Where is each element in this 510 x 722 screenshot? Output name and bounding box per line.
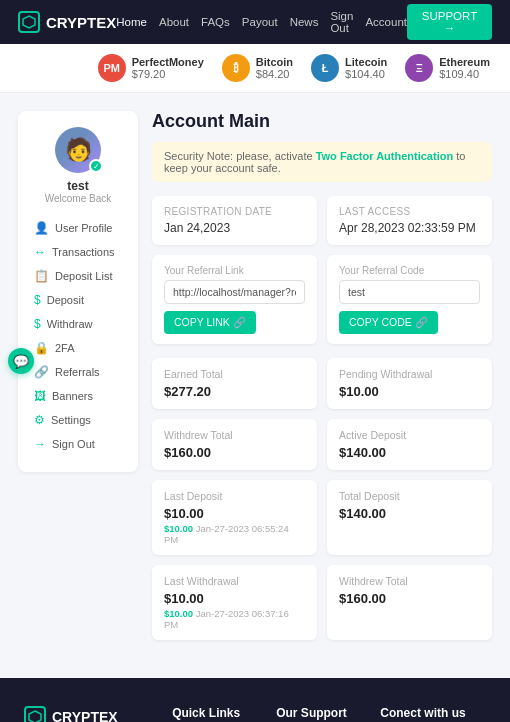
stat-withdrew-total-2: Withdrew Total $160.00 <box>327 565 492 640</box>
logo-icon <box>18 11 40 33</box>
chat-bubble[interactable]: 💬 <box>8 348 34 374</box>
logo: CRYPTEX <box>18 11 116 33</box>
footer-top: CRYPTEX We are many variations of passag… <box>24 706 486 722</box>
withdraw-icon: $ <box>34 317 41 331</box>
btc-amount: $84.20 <box>256 68 293 80</box>
nav-about[interactable]: About <box>159 16 189 28</box>
sidebar-item-deposit[interactable]: $Deposit <box>28 288 128 312</box>
info-row-dates: Registration Date Jan 24,2023 Last Acces… <box>152 196 492 245</box>
sidebar-item-depositlist[interactable]: 📋Deposit List <box>28 264 128 288</box>
last-access-label: Last Access <box>339 206 480 217</box>
stat-total-deposit: Total Deposit $140.00 <box>327 480 492 555</box>
sidebar-item-referrals[interactable]: 🔗Referrals <box>28 360 128 384</box>
ref-link-input[interactable] <box>164 280 305 304</box>
stat-last-deposit: Last Deposit $10.00 $10.00 Jan-27-2023 0… <box>152 480 317 555</box>
pm-amount: $79.20 <box>132 68 204 80</box>
ref-code-card: Your Referral Code COPY CODE 🔗 <box>327 255 492 344</box>
sidebar-item-transactions[interactable]: ↔Transactions <box>28 240 128 264</box>
ltc-icon: Ł <box>311 54 339 82</box>
sidebar-welcome: Welcome Back <box>45 193 112 204</box>
footer-support-title: Our Support <box>276 706 364 720</box>
nav-account[interactable]: Account <box>365 16 407 28</box>
stat-last-withdrawal: Last Withdrawal $10.00 $10.00 Jan-27-202… <box>152 565 317 640</box>
sidebar: 🧑 ✓ test Welcome Back 👤User Profile ↔Tra… <box>18 111 138 472</box>
footer: CRYPTEX We are many variations of passag… <box>0 678 510 722</box>
twofa-icon: 🔒 <box>34 341 49 355</box>
stat-active-deposit: Active Deposit $140.00 <box>327 419 492 470</box>
stat-earned-total: Earned Total $277.20 <box>152 358 317 409</box>
ref-link-card: Your Referral Link COPY LINK 🔗 <box>152 255 317 344</box>
eth-name: Ethereum <box>439 56 490 68</box>
btc-icon: ₿ <box>222 54 250 82</box>
ltc-amount: $104.40 <box>345 68 387 80</box>
page-title: Account Main <box>152 111 492 132</box>
footer-logo-icon <box>24 706 46 722</box>
sidebar-menu: 👤User Profile ↔Transactions 📋Deposit Lis… <box>28 216 128 456</box>
transactions-icon: ↔ <box>34 245 46 259</box>
nav-home[interactable]: Home <box>116 16 147 28</box>
nav-signout[interactable]: Sign Out <box>330 10 353 34</box>
sidebar-item-withdraw[interactable]: $Withdraw <box>28 312 128 336</box>
avatar: 🧑 ✓ <box>55 127 101 173</box>
pm-name: PerfectMoney <box>132 56 204 68</box>
reg-date-card: Registration Date Jan 24,2023 <box>152 196 317 245</box>
footer-quicklinks-col: Quick Links Home About Us Payout <box>172 706 260 722</box>
balance-bar: PM PerfectMoney $79.20 ₿ Bitcoin $84.20 … <box>0 44 510 93</box>
avatar-badge: ✓ <box>89 159 103 173</box>
logo-text: CRYPTEX <box>46 14 116 31</box>
svg-marker-0 <box>23 16 35 28</box>
btc-name: Bitcoin <box>256 56 293 68</box>
sidebar-item-banners[interactable]: 🖼Banners <box>28 384 128 408</box>
stat-withdrew-total: Withdrew Total $160.00 <box>152 419 317 470</box>
ref-link-label: Your Referral Link <box>164 265 305 276</box>
sidebar-username: test <box>67 179 88 193</box>
settings-icon: ⚙ <box>34 413 45 427</box>
nav-payout[interactable]: Payout <box>242 16 278 28</box>
footer-connect-title: Conect with us <box>380 706 486 720</box>
security-link[interactable]: Two Factor Authentication <box>316 150 454 162</box>
copy-code-button[interactable]: COPY CODE 🔗 <box>339 311 438 334</box>
balance-perfectmoney: PM PerfectMoney $79.20 <box>98 54 204 82</box>
security-note: Security Note: please, activate Two Fact… <box>152 142 492 182</box>
footer-connect-col: Conect with us 📞 +2 123 654 7898 📍 2518 … <box>380 706 486 722</box>
ltc-name: Litecoin <box>345 56 387 68</box>
deposit-icon: $ <box>34 293 41 307</box>
copy-link-button[interactable]: COPY LINK 🔗 <box>164 311 256 334</box>
footer-quicklinks-title: Quick Links <box>172 706 260 720</box>
signout-icon: → <box>34 437 46 451</box>
support-button[interactable]: SUPPORT → <box>407 4 492 40</box>
user-icon: 👤 <box>34 221 49 235</box>
banners-icon: 🖼 <box>34 389 46 403</box>
navbar: CRYPTEX Home About FAQs Payout News Sign… <box>0 0 510 44</box>
sidebar-item-settings[interactable]: ⚙Settings <box>28 408 128 432</box>
referrals-icon: 🔗 <box>34 365 49 379</box>
reg-date-label: Registration Date <box>164 206 305 217</box>
pm-icon: PM <box>98 54 126 82</box>
account-content: Account Main Security Note: please, acti… <box>152 111 492 650</box>
referral-row: Your Referral Link COPY LINK 🔗 Your Refe… <box>152 255 492 344</box>
sidebar-item-signout[interactable]: →Sign Out <box>28 432 128 456</box>
nav-news[interactable]: News <box>290 16 319 28</box>
sidebar-item-userprofile[interactable]: 👤User Profile <box>28 216 128 240</box>
stats-grid: Earned Total $277.20 Pending Withdrawal … <box>152 358 492 640</box>
eth-amount: $109.40 <box>439 68 490 80</box>
sidebar-item-2fa[interactable]: 🔒2FA <box>28 336 128 360</box>
nav-links: Home About FAQs Payout News Sign Out Acc… <box>116 10 407 34</box>
footer-brand-col: CRYPTEX We are many variations of passag… <box>24 706 156 722</box>
last-access-card: Last Access Apr 28,2023 02:33:59 PM <box>327 196 492 245</box>
nav-faqs[interactable]: FAQs <box>201 16 230 28</box>
ref-code-label: Your Referral Code <box>339 265 480 276</box>
reg-date-value: Jan 24,2023 <box>164 221 305 235</box>
ref-code-input[interactable] <box>339 280 480 304</box>
footer-support-col: Our Support FAQs Contact Us Terms Of Ser… <box>276 706 364 722</box>
main-wrap: 🧑 ✓ test Welcome Back 👤User Profile ↔Tra… <box>0 93 510 668</box>
stat-pending-withdrawal: Pending Withdrawal $10.00 <box>327 358 492 409</box>
depositlist-icon: 📋 <box>34 269 49 283</box>
last-access-value: Apr 28,2023 02:33:59 PM <box>339 221 480 235</box>
eth-icon: Ξ <box>405 54 433 82</box>
balance-litecoin: Ł Litecoin $104.40 <box>311 54 387 82</box>
balance-bitcoin: ₿ Bitcoin $84.20 <box>222 54 293 82</box>
footer-logo: CRYPTEX <box>24 706 156 722</box>
sidebar-avatar: 🧑 ✓ test Welcome Back <box>28 127 128 204</box>
balance-ethereum: Ξ Ethereum $109.40 <box>405 54 490 82</box>
